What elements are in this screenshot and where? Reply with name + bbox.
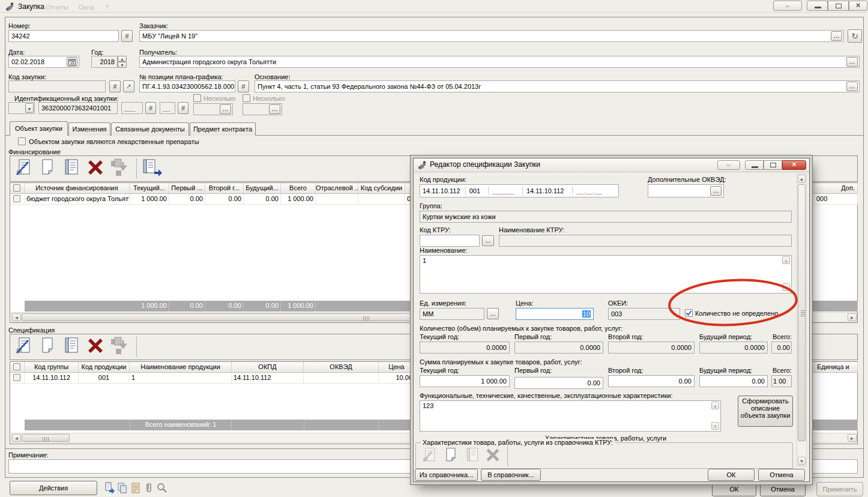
func-scroll[interactable]: ▲ ▼ (711, 402, 720, 430)
financing-cell-vsego[interactable]: 1 000.00 (281, 194, 316, 205)
sum-vsego-field[interactable]: 1 00 (771, 375, 792, 387)
kod-ktru-ellipsis-button[interactable]: … (482, 235, 494, 246)
drugs-checkbox[interactable] (18, 137, 26, 145)
dlg-okei-field[interactable]: 003 (608, 308, 680, 320)
scroll-down-icon[interactable]: ▼ (782, 283, 790, 291)
search-key-icon[interactable] (156, 482, 168, 495)
ed-izm-ellipsis-button[interactable]: … (487, 308, 499, 319)
nomer-field[interactable]: 34242 (8, 30, 119, 42)
financing-col-dop[interactable]: Доп. (815, 183, 858, 194)
spec-col-cena[interactable]: Цена (379, 362, 415, 373)
dlg-naimenovanie-textarea[interactable]: 1 (420, 255, 792, 294)
financing-cell-pervyy[interactable]: 0.00 (169, 194, 205, 205)
ikz-part2-number-button[interactable]: # (178, 102, 188, 114)
financing-col-subsidiya[interactable]: Код субсидии (358, 183, 405, 194)
dialog-maximize-button[interactable] (764, 160, 782, 170)
main-cancel-button[interactable]: Отмена (760, 482, 806, 496)
spec-col-kod-produkcii[interactable]: Код продукции (79, 362, 130, 373)
scroll-left-icon[interactable]: ◄ (12, 434, 21, 442)
notes-icon[interactable] (130, 482, 142, 495)
list-icon-disabled[interactable] (464, 447, 482, 465)
financing-col-vtoroy[interactable]: Второй г... (205, 183, 244, 194)
delete-icon-disabled[interactable] (484, 447, 502, 465)
apply-button[interactable]: Применить (816, 482, 863, 496)
tab-obekt-zakupki[interactable]: Объект закупки (10, 121, 68, 136)
spec-row-select[interactable] (10, 373, 25, 384)
financing-cell-otraslevoy[interactable] (316, 194, 358, 205)
dialog-ok-button[interactable]: ОК (708, 469, 755, 481)
kod-zakupki-goto-button[interactable]: ↗ (123, 80, 134, 92)
sum-vtoroy-field[interactable]: 0.00 (608, 375, 695, 387)
kod-zakupki-number-button[interactable]: # (109, 80, 121, 92)
dialog-detach-button[interactable]: ⇔ (717, 160, 740, 170)
osnovanie-field[interactable]: Пункт 4, часть 1, статьи 93 Федерального… (255, 80, 860, 92)
ikz-part1-number-button[interactable]: # (145, 102, 156, 114)
qty-pervyy-field[interactable]: 0.0000 (514, 342, 603, 354)
spec-col-okved[interactable]: ОКВЭД (304, 362, 379, 373)
qty-budushchiy-field[interactable]: 0.0000 (699, 342, 768, 354)
poluchatel-ellipsis-button[interactable]: … (846, 57, 858, 67)
kod-zakupki-field[interactable] (8, 80, 106, 92)
ikz-part2-field[interactable]: __ (160, 102, 175, 114)
financing-select-all[interactable] (10, 183, 25, 194)
neskolko1-checkbox[interactable] (193, 94, 201, 102)
from-dictionary-button[interactable]: Из справочника... (415, 469, 478, 481)
dlg-kod-produkcii-field[interactable]: 14.11.10.112 001 ______ 14.11.10.112 __.… (420, 184, 619, 197)
window-detach-button[interactable]: ⇔ (773, 1, 802, 11)
row-checkbox[interactable] (13, 374, 20, 381)
zakazchik-ellipsis-button[interactable]: … (831, 31, 842, 41)
export-icon[interactable] (103, 482, 115, 495)
dlg-cena-field[interactable]: 10 (516, 308, 594, 320)
attachment-icon[interactable] (143, 482, 155, 495)
delete-icon[interactable] (86, 158, 107, 179)
edit-icon[interactable] (14, 337, 35, 357)
dialog-vscroll-thumb[interactable] (798, 184, 806, 441)
dlg-naim-ktru-field[interactable] (499, 235, 792, 247)
god-spin-up[interactable]: ▲ (118, 56, 127, 62)
financing-cell-tekushchiy[interactable]: 1 000.00 (130, 194, 169, 205)
list-icon[interactable] (62, 158, 83, 179)
new-icon[interactable] (38, 158, 59, 179)
spec-cell-kod-produkcii[interactable]: 001 (79, 373, 130, 384)
spec-cell-naimenovanie[interactable]: 1 (130, 373, 232, 384)
scroll-down-icon[interactable]: ▼ (798, 457, 806, 465)
qty-tekushchiy-field[interactable]: 0.0000 (420, 342, 510, 354)
scroll-up-icon[interactable]: ▲ (711, 402, 719, 409)
main-ok-button[interactable]: ОК (712, 482, 756, 496)
scroll-right-icon[interactable]: ► (848, 434, 857, 442)
dlg-gruppa-field[interactable]: Куртки мужские из кожи (420, 211, 792, 223)
ikz-field[interactable]: 3632000073632401001 (38, 102, 118, 114)
refresh-button[interactable]: ↻ (848, 29, 862, 43)
pozic-field[interactable]: ПГ.4.1.93.03423000562.18.0001 (139, 80, 235, 92)
tab-izmeneniya[interactable]: Изменения (68, 122, 110, 136)
dialog-minimize-button[interactable] (745, 160, 764, 170)
zakazchik-field[interactable]: МБУ "Лицей N 19" (139, 30, 844, 42)
financing-cell-subsidiya[interactable] (358, 194, 405, 205)
spec-select-all[interactable] (10, 362, 25, 373)
qty-not-defined-checkbox[interactable] (685, 309, 693, 317)
scroll-up-icon[interactable]: ▲ (782, 256, 790, 264)
form-description-button[interactable]: Сформировать описание объекта закупки (738, 396, 793, 427)
dialog-vscrollbar[interactable]: ▲ ▼ (797, 173, 807, 466)
spec-cell-kod-gruppy[interactable]: 14.11.10.112 (25, 373, 79, 384)
window-minimize-button[interactable] (807, 1, 828, 11)
dialog-titlebar[interactable]: Редактор спецификации Закупки ⇔ × (414, 158, 809, 172)
spec-cell-okpd[interactable]: 14.11.10.112 (232, 373, 304, 384)
scroll-up-icon[interactable]: ▲ (798, 175, 806, 183)
header-checkbox[interactable] (13, 363, 20, 370)
financing-row-select[interactable] (10, 194, 25, 205)
neskolko2-ellipsis-button[interactable]: … (269, 104, 280, 114)
ikz-part1-field[interactable]: ___ (121, 102, 143, 114)
spec-col-naimenovanie[interactable]: Наименование продукции (130, 362, 232, 373)
dop-okved-ellipsis-button[interactable]: … (710, 186, 722, 196)
financing-col-pervyy[interactable]: Первый ... (169, 183, 205, 194)
financing-cell-vtoroy[interactable]: 0.00 (205, 194, 244, 205)
naimenovanie-scroll[interactable]: ▲ ▼ (782, 256, 791, 292)
neskolko2-checkbox[interactable] (243, 94, 250, 102)
sum-pervyy-field[interactable]: 0.00 (514, 377, 603, 389)
row-checkbox[interactable] (13, 195, 20, 202)
sum-tekushchiy-field[interactable]: 1 000.00 (420, 375, 510, 387)
financing-col-tekushchiy[interactable]: Текущий... (130, 183, 169, 194)
osnovanie-ellipsis-button[interactable]: … (846, 82, 858, 91)
poluchatel-field[interactable]: Администрация городского округа Тольятти (139, 56, 860, 68)
